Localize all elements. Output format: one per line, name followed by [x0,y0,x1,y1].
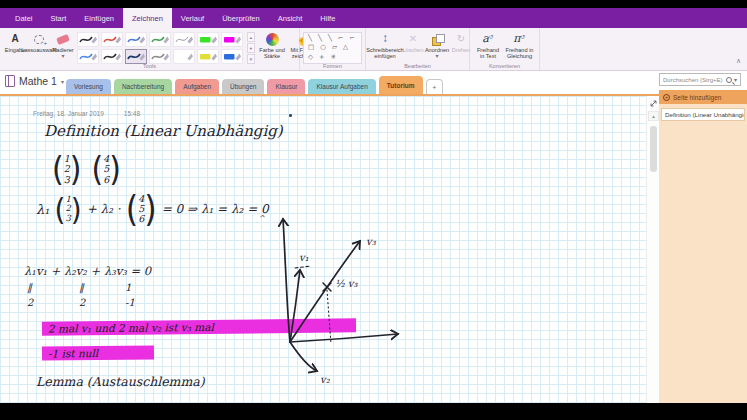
schreibbereich-button[interactable]: Schreibbereich einfügen [369,31,401,61]
section-klausur[interactable]: Klausur [267,79,305,94]
close-paren: ) [109,150,121,189]
page-item-definition[interactable]: Definition (Linear Unabhängig) [661,108,745,121]
tab-zeichnen[interactable]: Zeichnen [123,8,172,28]
equation-line: λ₁ ( 1 2 3 ) + λ₂ · ( 4 5 6 [36,190,269,228]
label-v2: v₂ [320,374,331,385]
open-paren: ( [52,150,64,189]
ribbon-tab-bar: Datei Start Einfügen Zeichnen Verlauf Üb… [0,8,747,28]
section-nachbereitung[interactable]: Nachbereitung [114,79,172,94]
vertical-scrollbar[interactable]: ▴ [646,96,659,403]
pen-stroke-icon [126,33,146,46]
tab-ueberpruefen[interactable]: Überprüfen [213,8,269,28]
farbe-staerke-button[interactable]: Farbe und Stärke [257,31,287,61]
v1-dashed-tick [295,266,311,268]
delete-icon [409,33,417,45]
pen-red[interactable] [101,32,123,47]
tab-ansicht[interactable]: Ansicht [269,8,312,28]
pen-lightblue[interactable] [77,49,99,64]
chevron-down-icon: ▾ [435,53,438,60]
pen-green[interactable] [149,32,171,47]
group-bearbeiten: Schreibbereich einfügen Löschen Anordnen… [366,28,470,70]
pen-gray[interactable] [149,49,171,64]
pen-gallery [77,32,243,64]
loeschen-button[interactable]: Löschen [401,31,425,54]
ink-to-math-icon [513,33,525,46]
full-page-view-icon[interactable] [648,98,659,109]
highlighter-icon [198,33,218,46]
pen-black-2[interactable] [101,49,123,64]
highlighter-icon [222,33,242,46]
tab-datei[interactable]: Datei [6,8,42,28]
pen-black[interactable] [77,32,99,47]
plus-lambda2: + λ₂ · [87,202,121,216]
lassoauswahl-button[interactable]: Lassoauswahl [27,31,51,54]
page-time: 15:48 [124,110,140,117]
pencil-blank[interactable] [173,49,195,64]
sub-v1-val: 2 [27,297,79,308]
pen-stroke-icon [150,50,170,63]
label-half-v3: ½ v₃ [335,278,359,289]
open-paren: ( [54,191,65,227]
linear-combination-line: λ₁v₁ + λ₂v₂ + λ₃v₃ = 0 [24,264,151,278]
group-label-konvertieren: Konvertieren [470,63,539,69]
pencil-icon [174,50,194,63]
notebook-name: Mathe 1 [19,75,57,87]
rotate-icon [457,33,465,45]
sub-v2-eq: ‖ [79,282,125,293]
substitution-values: ‖ ‖ 1 2 2 -1 [27,282,175,308]
pencil-gray[interactable] [173,32,195,47]
highlighter-yellow[interactable] [197,49,219,64]
pages-panel: + Seite hinzufügen Definition (Linear Un… [659,90,747,403]
freihand-gleichung-button[interactable]: Freihand in Gleichung [503,31,536,61]
pen-stroke-icon [126,50,146,63]
group-label-tools: Tools [0,63,299,69]
lambda1: λ₁ [36,202,49,217]
section-vorlesung[interactable]: Vorlesung [66,79,111,94]
anordnen-button[interactable]: Anordnen ▾ [425,31,449,61]
tab-verlauf[interactable]: Verlauf [172,8,213,28]
highlighter-magenta[interactable] [221,32,243,47]
radierer-button[interactable]: Radierer ▾ [51,31,75,61]
vertical-scroll-thumb[interactable] [650,126,657,172]
vertical-axis [283,219,290,342]
highlighted-note-2: -1 ist null [42,345,154,360]
handwritten-title: Definition (Linear Unabhängig) [44,122,283,140]
horizontal-axis [290,334,398,342]
notebook-bar: Mathe 1 ▾ Vorlesung Nachbereitung Aufgab… [0,71,747,96]
highlighter-blue[interactable] [221,49,243,64]
ink-to-text-icon [482,33,494,46]
highlighter-icon [222,50,242,63]
freihand-text-button[interactable]: Freihand in Text [473,31,503,61]
shapes-row: ◇ + ✳ [308,53,357,62]
sub-v2-val: 2 [79,297,125,308]
group-label-bearbeiten: Bearbeiten [366,63,469,69]
notebook-switcher[interactable]: Mathe 1 ▾ [5,75,64,87]
highlighter-green[interactable] [197,32,219,47]
scroll-up-button[interactable]: ▴ [648,111,659,121]
equation-result: = 0 ⇒ λ₁ = λ₂ = 0 [162,202,269,216]
section-uebungen[interactable]: Übungen [222,79,264,94]
pen-navy-selected[interactable] [125,49,147,64]
add-section-button[interactable]: + [426,79,444,94]
vector-diagram: v₁ v₃ ½ v₃ v₂ [265,211,415,396]
eq-vector-b: ( 4 5 6 ) [126,190,157,228]
page-canvas[interactable]: Freitag, 18. Januar 2019 15:48 Definitio… [0,96,646,403]
gallery-down-button[interactable]: ▾ [247,43,255,53]
tab-start[interactable]: Start [42,8,76,28]
gallery-up-button[interactable]: ▴ [247,32,255,42]
search-box[interactable]: Durchsuchen (Strg+E) ▾ [659,73,741,86]
onenote-window: Datei Start Einfügen Zeichnen Verlauf Üb… [0,8,747,403]
add-page-button[interactable]: + Seite hinzufügen [659,90,747,104]
tab-einfuegen[interactable]: Einfügen [75,8,123,28]
section-klausur-aufgaben[interactable]: Klausur Aufgaben [308,79,375,94]
shapes-gallery[interactable]: ╲ ╲ ╲ ⌐ ⌐ □ ○ ▱ △ ◇ + ✳ [303,32,362,64]
vector-v2-arrow [290,342,317,371]
collapse-ribbon-icon[interactable] [736,49,741,67]
freihand-text-label: Freihand in Text [475,47,501,60]
section-aufgaben[interactable]: Aufgaben [175,79,219,94]
section-tutorium[interactable]: Tutorium [379,76,423,94]
search-scope-dropdown-icon[interactable]: ▾ [734,76,737,83]
tab-hilfe[interactable]: Hilfe [311,8,344,28]
pen-blue[interactable] [125,32,147,47]
group-label-formen: Formen [300,63,365,69]
